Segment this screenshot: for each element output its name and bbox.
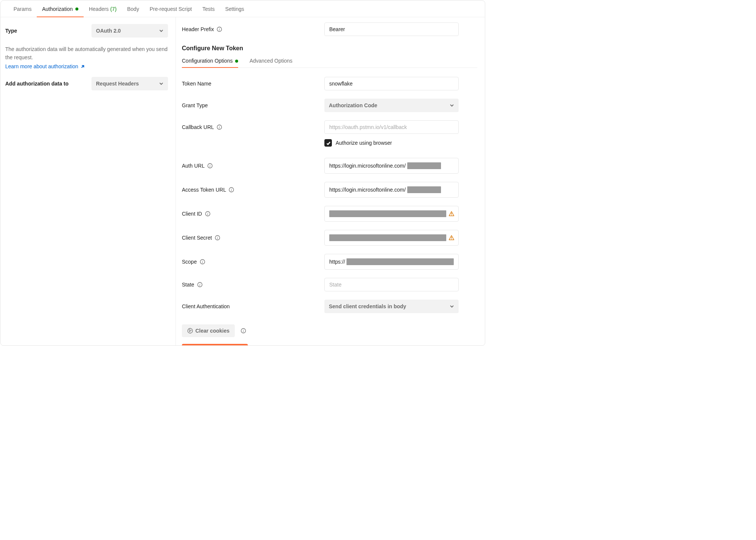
redacted-block (329, 234, 446, 241)
svg-text:i: i (219, 27, 220, 32)
token-subtabs: Configuration Options Advanced Options (182, 55, 477, 68)
tab-body[interactable]: Body (122, 1, 144, 17)
svg-text:i: i (231, 188, 232, 192)
tab-headers[interactable]: Headers(7) (84, 1, 122, 17)
external-link-icon (81, 65, 84, 69)
token-name-label: Token Name (182, 81, 324, 87)
redacted-block (407, 162, 441, 169)
access-token-url-input[interactable]: https://login.microsoftonline.com/ (324, 182, 459, 198)
svg-text:i: i (217, 236, 218, 240)
auth-url-input[interactable]: https://login.microsoftonline.com/ (324, 158, 459, 174)
client-authentication-label: Client Authentication (182, 303, 324, 309)
warning-icon (448, 235, 454, 241)
chevron-down-icon (159, 81, 164, 86)
warning-icon (448, 211, 454, 217)
svg-text:i: i (207, 212, 208, 216)
clear-cookies-button[interactable]: Clear cookies (182, 324, 235, 337)
chevron-down-icon (450, 103, 454, 108)
subtab-configuration-options[interactable]: Configuration Options (182, 55, 238, 68)
app-window: Params Authorization Headers(7) Body Pre… (0, 0, 485, 346)
svg-point-16 (188, 328, 193, 333)
callback-url-label: Callback URL i (182, 124, 324, 130)
access-token-url-label: Access Token URL i (182, 187, 324, 193)
token-name-input[interactable] (324, 77, 459, 90)
checkmark-icon (326, 141, 331, 146)
svg-point-18 (190, 330, 191, 331)
auth-left-panel: Type OAuth 2.0 The authorization data wi… (1, 17, 176, 345)
status-dot-icon (235, 60, 238, 63)
authorize-browser-label: Authorize using browser (336, 140, 392, 146)
svg-text:i: i (202, 260, 203, 264)
client-secret-label: Client Secret i (182, 235, 324, 241)
tab-params[interactable]: Params (8, 1, 37, 17)
chevron-down-icon (450, 304, 454, 309)
client-id-input[interactable] (324, 206, 459, 222)
info-icon[interactable]: i (197, 282, 202, 287)
svg-text:i: i (243, 329, 244, 333)
info-icon[interactable]: i (217, 124, 222, 130)
cookie-icon (187, 328, 193, 334)
tab-settings[interactable]: Settings (220, 1, 249, 17)
grant-type-select[interactable]: Authorization Code (324, 99, 459, 112)
svg-point-19 (189, 331, 190, 332)
svg-text:i: i (219, 125, 220, 129)
callback-url-display: https://oauth.pstmn.io/v1/callback (324, 120, 459, 134)
state-label: State i (182, 282, 324, 288)
info-icon[interactable]: i (241, 328, 246, 333)
state-input[interactable] (324, 278, 459, 291)
learn-more-link[interactable]: Learn more about authorization (5, 63, 168, 69)
auth-type-select[interactable]: OAuth 2.0 (92, 24, 168, 38)
client-authentication-select[interactable]: Send client credentials in body (324, 300, 459, 313)
redacted-block (346, 258, 454, 265)
auth-description: The authorization data will be automatic… (5, 45, 168, 62)
type-label: Type (5, 28, 92, 34)
chevron-down-icon (159, 28, 164, 33)
redacted-block (407, 186, 441, 193)
scope-label: Scope i (182, 259, 324, 265)
info-icon[interactable]: i (205, 211, 210, 216)
info-icon[interactable]: i (215, 235, 220, 240)
add-auth-data-label: Add authorization data to (5, 81, 92, 87)
tab-tests[interactable]: Tests (197, 1, 220, 17)
auth-right-panel: Header Prefix i Configure New Token Conf… (176, 17, 485, 345)
header-prefix-label: Header Prefix i (182, 26, 324, 32)
configure-token-title: Configure New Token (182, 45, 477, 52)
info-icon[interactable]: i (229, 187, 234, 192)
svg-point-17 (189, 330, 190, 330)
authorize-browser-checkbox[interactable] (324, 139, 332, 147)
redacted-block (329, 210, 446, 217)
get-new-access-token-button[interactable]: Get New Access Token (182, 344, 248, 345)
client-id-label: Client ID i (182, 211, 324, 217)
client-secret-input[interactable] (324, 230, 459, 246)
info-icon[interactable]: i (217, 27, 222, 32)
auth-url-label: Auth URL i (182, 163, 324, 169)
request-tabbar: Params Authorization Headers(7) Body Pre… (1, 1, 485, 17)
svg-text:i: i (210, 164, 211, 168)
add-auth-data-select[interactable]: Request Headers (92, 77, 168, 90)
auth-body: Type OAuth 2.0 The authorization data wi… (1, 17, 485, 345)
header-prefix-input[interactable] (324, 22, 459, 36)
grant-type-label: Grant Type (182, 102, 324, 108)
scope-input[interactable]: https:// (324, 254, 459, 270)
info-icon[interactable]: i (207, 163, 213, 168)
tab-authorization[interactable]: Authorization (37, 1, 84, 17)
subtab-advanced-options[interactable]: Advanced Options (249, 55, 292, 68)
tab-pre-request-script[interactable]: Pre-request Script (144, 1, 197, 17)
status-dot-icon (75, 8, 78, 10)
info-icon[interactable]: i (200, 259, 205, 264)
svg-text:i: i (199, 283, 200, 287)
